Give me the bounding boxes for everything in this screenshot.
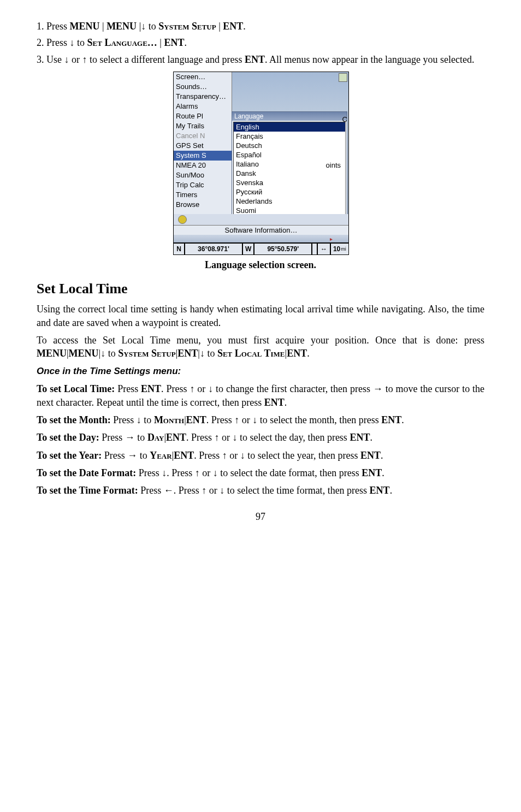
status-bar: N 36°08.971' W 95°50.579' ↔ 10mi: [174, 242, 348, 254]
down-arrow-icon: ↓: [137, 414, 141, 425]
text: Press: [102, 432, 125, 443]
ent-key: ENT: [350, 432, 370, 443]
text: or: [220, 432, 233, 443]
menu-item[interactable]: NMEA 20: [174, 161, 232, 170]
down-arrow-icon: ↓: [100, 348, 105, 359]
language-option[interactable]: Español: [234, 150, 345, 159]
language-option[interactable]: Nederlands: [234, 197, 345, 206]
text: or: [200, 467, 213, 478]
step-1: 1. Press MENU | MENU |↓ to System Setup …: [37, 20, 484, 33]
paragraph-set-month: To set the Month: Press ↓ to Month|ENT. …: [37, 413, 484, 426]
menu-item[interactable]: Timers: [174, 190, 232, 200]
text: to: [149, 21, 159, 32]
menu-item-selected[interactable]: System S: [174, 151, 232, 161]
menu-item[interactable]: My Trails: [174, 121, 232, 131]
down-arrow-icon: ↓: [220, 485, 224, 496]
set-local-time-label: Set Local Time: [217, 348, 285, 359]
step-2: 2. Press ↓ to Set Language… | ENT.: [37, 36, 484, 49]
system-setup-label: System Setup: [158, 21, 216, 32]
text: to: [207, 348, 217, 359]
down-arrow-icon: ↓: [70, 37, 75, 48]
ent-key: ENT: [164, 37, 184, 48]
text: to: [144, 414, 154, 425]
ent-key: ENT: [141, 383, 161, 394]
ent-key: ENT: [223, 21, 243, 32]
language-option[interactable]: Русский: [234, 187, 345, 197]
menu-item-disabled: Cancel N: [174, 131, 232, 141]
menu-item[interactable]: Browse: [174, 200, 232, 210]
down-arrow-icon: ↓: [64, 54, 69, 65]
menu-item[interactable]: Sun/Moo: [174, 170, 232, 180]
paragraph: To access the Set Local Time menu, you m…: [37, 334, 484, 360]
system-setup-label: System Setup: [118, 348, 175, 359]
ent-key: ENT: [166, 432, 186, 443]
software-info-item[interactable]: Software Information…: [174, 225, 348, 236]
text: to: [137, 432, 147, 443]
label: To set the Month:: [37, 414, 111, 425]
text: Press: [117, 383, 141, 394]
text: to select the date format, then press: [218, 467, 362, 478]
language-option-selected[interactable]: English: [234, 122, 345, 132]
up-arrow-icon: ↑: [234, 414, 239, 425]
ent-key: ENT: [381, 414, 401, 425]
status-w: W: [243, 244, 254, 254]
language-option[interactable]: Dansk: [234, 169, 345, 178]
left-arrow-icon: ←: [164, 485, 174, 496]
pipe: |: [102, 21, 104, 32]
paragraph-set-day: To set the Day: Press → to Day|ENT. Pres…: [37, 431, 484, 444]
text: to: [108, 348, 119, 359]
menu-item[interactable]: GPS Set: [174, 141, 232, 151]
section-heading: Set Local Time: [37, 279, 484, 298]
paragraph-set-year: To set the Year: Press → to Year|ENT. Pr…: [37, 449, 484, 462]
year-label: Year: [150, 450, 171, 461]
language-screen: Screen… Sounds… Transparency… Alarms Rou…: [173, 72, 349, 255]
menu-item[interactable]: Route Pl: [174, 111, 232, 121]
ent-key: ENT: [370, 485, 390, 496]
up-arrow-icon: ↑: [195, 467, 200, 478]
label: To set the Day:: [37, 432, 99, 443]
menu-item[interactable]: Screen…: [174, 72, 232, 82]
status-gap: [312, 244, 318, 254]
text: to change the first character, then pres…: [213, 383, 373, 394]
menu-item[interactable]: Transparency…: [174, 92, 232, 102]
text: To access the Set Local Time menu, you m…: [37, 335, 484, 346]
ent-key: ENT: [264, 397, 285, 408]
menu-key: MENU: [37, 348, 67, 359]
text: 2. Press: [37, 37, 70, 48]
paragraph-set-local-time: To set Local Time: Press ENT. Press ↑ or…: [37, 382, 484, 409]
ent-key: ENT: [177, 348, 198, 359]
pipe: |: [218, 21, 221, 32]
text: or: [227, 450, 240, 461]
text: . Press: [186, 432, 215, 443]
label: To set the Time Format:: [37, 485, 138, 496]
text: . All menus now appear in the language y…: [265, 54, 474, 65]
step-3: 3. Use ↓ or ↑ to select a different lang…: [37, 53, 484, 66]
text: to select the year, then press: [245, 450, 360, 461]
menu-item[interactable]: Sounds…: [174, 82, 232, 92]
down-arrow-icon: ↓: [252, 414, 257, 425]
text: or: [239, 414, 252, 425]
language-option[interactable]: Français: [234, 132, 345, 141]
text: . Press: [161, 383, 190, 394]
ent-key: ENT: [287, 348, 307, 359]
text: . Press: [206, 414, 235, 425]
language-option[interactable]: Svenska: [234, 178, 345, 187]
text: . Press: [167, 467, 195, 478]
down-arrow-icon: ↓: [233, 432, 238, 443]
main-menu: Screen… Sounds… Transparency… Alarms Rou…: [174, 72, 232, 214]
screenshot: Screen… Sounds… Transparency… Alarms Rou…: [173, 72, 348, 255]
status-distance: 10mi: [331, 244, 348, 254]
map-marker-icon: [339, 73, 347, 82]
right-arrow-icon: →: [125, 432, 135, 443]
ent-key: ENT: [362, 467, 382, 478]
page-number: 97: [37, 510, 484, 523]
status-lon: 95°50.579': [254, 244, 312, 254]
up-arrow-icon: ↑: [82, 54, 87, 65]
up-arrow-icon: ↑: [215, 432, 220, 443]
menu-item[interactable]: Alarms: [174, 102, 232, 111]
compass-icon: ▸: [325, 235, 336, 243]
paragraph-set-time-format: To set the Time Format: Press ←. Press ↑…: [37, 484, 484, 497]
text: to select a different language and press: [90, 54, 245, 65]
language-option[interactable]: Deutsch: [234, 141, 345, 150]
menu-item[interactable]: Trip Calc: [174, 180, 232, 190]
